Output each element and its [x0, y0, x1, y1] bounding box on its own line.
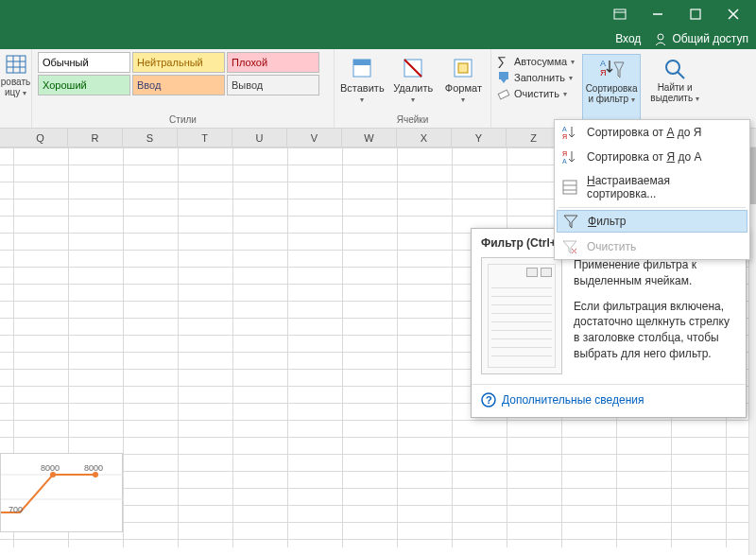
style-normal[interactable]: Обычный — [38, 52, 130, 73]
funnel-icon — [563, 214, 578, 229]
svg-text:А: А — [600, 59, 606, 68]
chart-line-icon — [1, 454, 124, 533]
person-icon — [654, 32, 667, 45]
chevron-down-icon: ▾ — [23, 89, 26, 97]
delete-cells-icon — [401, 56, 425, 80]
chevron-down-icon: ▾ — [571, 58, 575, 66]
tooltip-more-link[interactable]: ? Дополнительные сведения — [481, 392, 736, 408]
svg-text:Я: Я — [562, 150, 567, 157]
style-neutral[interactable]: Нейтральный — [132, 52, 225, 73]
partial-label-2: ицу — [5, 87, 20, 97]
col-header[interactable]: V — [287, 129, 342, 147]
format-cells-icon — [451, 56, 475, 80]
menu-separator — [558, 207, 746, 208]
svg-rect-19 — [499, 72, 508, 79]
sort-filter-button[interactable]: АЯ Сортировка и фильтр ▾ — [582, 54, 641, 127]
chart-data-label: 700 — [9, 505, 23, 514]
sigma-icon: ∑ — [497, 55, 510, 68]
svg-rect-3 — [691, 9, 700, 19]
chart-data-label: 8000 — [41, 463, 60, 473]
filter-item[interactable]: Фильтр — [557, 210, 747, 233]
ribbon-display-options[interactable] — [601, 0, 639, 28]
clear-filter-item: Очистить — [555, 234, 749, 259]
window-titlebar — [0, 0, 756, 28]
svg-rect-20 — [498, 90, 509, 99]
svg-rect-17 — [458, 63, 468, 73]
insert-cells-icon — [350, 56, 374, 80]
styles-group: Обычный Нейтральный Плохой Хороший Ввод … — [32, 49, 335, 128]
minimize-button[interactable] — [639, 0, 677, 28]
sort-z-to-a[interactable]: ЯА Сортировка от Я до А — [555, 145, 749, 169]
format-button[interactable]: Формат▾ — [442, 56, 485, 104]
sign-in-link[interactable]: Вход — [615, 32, 641, 45]
svg-text:Я: Я — [600, 68, 607, 78]
style-output[interactable]: Вывод — [227, 75, 319, 95]
col-header[interactable]: T — [178, 129, 232, 147]
svg-rect-29 — [563, 181, 576, 194]
custom-sort-icon — [562, 180, 577, 195]
tooltip-text: Применение фильтра к выделенным ячейкам.… — [574, 257, 736, 374]
close-button[interactable] — [714, 0, 752, 28]
partial-label-1: ровать — [1, 77, 30, 87]
col-header[interactable]: W — [342, 129, 397, 147]
cell-styles-gallery[interactable]: Обычный Нейтральный Плохой Хороший Ввод … — [38, 52, 328, 95]
cells-group-label: Ячейки — [340, 114, 485, 127]
col-header[interactable]: S — [123, 129, 178, 147]
svg-text:∑: ∑ — [497, 55, 507, 68]
svg-rect-7 — [7, 56, 26, 73]
chevron-down-icon: ▾ — [631, 95, 635, 104]
col-header[interactable]: Q — [13, 129, 68, 147]
autosum-button[interactable]: ∑ Автосумма ▾ — [497, 55, 575, 68]
find-select-button[interactable]: Найти и выделить ▾ — [646, 54, 703, 127]
tooltip-separator — [472, 384, 746, 385]
tooltip-thumbnail — [481, 257, 562, 374]
delete-button[interactable]: Удалить▾ — [392, 56, 435, 104]
chevron-down-icon: ▾ — [360, 95, 364, 104]
svg-rect-13 — [353, 60, 370, 65]
magnifier-icon — [662, 56, 688, 82]
chevron-down-icon: ▾ — [696, 95, 699, 103]
editing-group: ∑ Автосумма ▾ Заполнить ▾ Очистить ▾ АЯ … — [491, 49, 756, 128]
account-bar: Вход Общий доступ — [0, 28, 756, 49]
help-icon: ? — [481, 392, 496, 408]
sort-a-to-z[interactable]: АЯ Сортировка от А до Я — [555, 120, 749, 145]
svg-text:А: А — [562, 158, 567, 165]
chevron-down-icon: ▾ — [563, 90, 567, 98]
clear-button[interactable]: Очистить ▾ — [497, 87, 575, 100]
col-header[interactable]: U — [232, 129, 287, 147]
col-header[interactable]: R — [68, 129, 123, 147]
chart-data-label: 8000 — [84, 463, 103, 473]
chevron-down-icon: ▾ — [461, 95, 465, 104]
col-header[interactable]: Y — [452, 129, 507, 147]
eraser-icon — [497, 87, 510, 100]
table-icon — [6, 55, 26, 74]
sort-filter-menu: АЯ Сортировка от А до Я ЯА Сортировка от… — [554, 119, 750, 260]
insert-button[interactable]: Вставить▾ — [340, 56, 385, 104]
fill-button[interactable]: Заполнить ▾ — [497, 71, 575, 84]
style-good[interactable]: Хороший — [38, 75, 130, 95]
style-input[interactable]: Ввод — [132, 75, 225, 95]
style-bad[interactable]: Плохой — [227, 52, 319, 73]
cells-group: Вставить▾ Удалить▾ Формат▾ Ячейки — [335, 49, 491, 128]
clear-funnel-icon — [562, 239, 577, 254]
share-button[interactable]: Общий доступ — [654, 32, 748, 45]
svg-point-23 — [666, 61, 679, 74]
ribbon: ровать ицу ▾ Обычный Нейтральный Плохой … — [0, 49, 756, 129]
share-label: Общий доступ — [672, 32, 748, 45]
custom-sort[interactable]: Настраиваемая сортировка... — [555, 169, 749, 205]
sort-az-icon: АЯ — [562, 125, 577, 140]
svg-text:Я: Я — [562, 133, 567, 140]
fill-down-icon — [497, 71, 510, 84]
format-as-table-partial[interactable]: ровать ицу ▾ — [0, 49, 32, 128]
scrollbar-thumb[interactable] — [749, 147, 756, 204]
svg-line-24 — [678, 72, 684, 78]
maximize-button[interactable] — [677, 0, 714, 28]
chevron-down-icon: ▾ — [569, 74, 573, 82]
sort-filter-icon: АЯ — [598, 57, 625, 83]
embedded-chart[interactable]: 700 8000 8000 — [0, 453, 123, 532]
styles-group-label: Стили — [38, 114, 328, 127]
col-header[interactable]: X — [397, 129, 452, 147]
sort-za-icon: ЯА — [562, 149, 577, 165]
chevron-down-icon: ▾ — [411, 95, 415, 104]
svg-rect-0 — [614, 9, 626, 19]
